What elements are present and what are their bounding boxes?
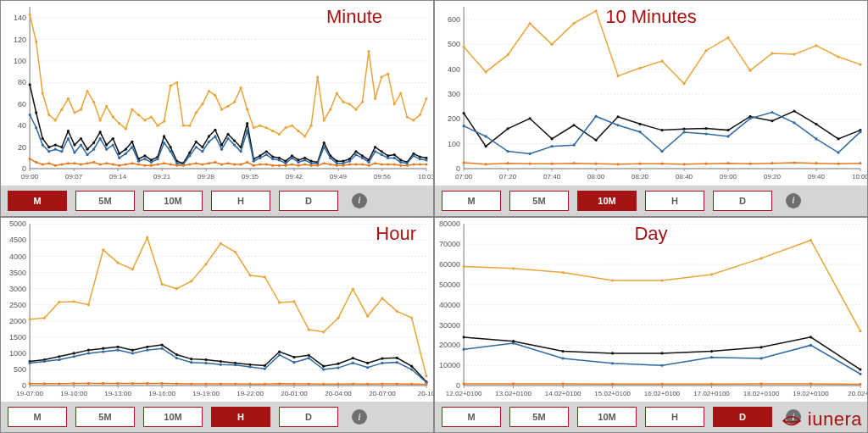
svg-point-42 (54, 119, 57, 121)
granularity-button-h[interactable]: H (645, 407, 704, 427)
svg-point-206 (297, 161, 299, 164)
granularity-button-d[interactable]: D (713, 191, 772, 211)
svg-point-89 (354, 108, 357, 111)
svg-point-511 (160, 347, 163, 349)
svg-text:09:49: 09:49 (330, 173, 348, 180)
svg-point-620 (760, 357, 762, 359)
granularity-button-5m[interactable]: 5M (75, 191, 135, 211)
svg-point-326 (463, 46, 465, 48)
granularity-button-m[interactable]: M (8, 191, 67, 211)
svg-point-207 (303, 158, 306, 161)
info-icon[interactable]: i (352, 409, 367, 425)
granularity-button-h[interactable]: H (211, 407, 270, 427)
svg-point-550 (322, 382, 325, 385)
granularity-button-h[interactable]: H (645, 191, 704, 211)
granularity-button-d[interactable]: D (713, 407, 772, 427)
granularity-button-10m[interactable]: 10M (143, 407, 203, 427)
svg-point-536 (116, 381, 119, 384)
info-icon[interactable]: i (352, 193, 367, 208)
svg-point-390 (616, 163, 619, 165)
chart-svg: 0500100015002000250030003500400045005000… (1, 218, 433, 402)
svg-point-112 (99, 130, 102, 133)
svg-point-110 (86, 148, 88, 151)
granularity-button-m[interactable]: M (442, 191, 501, 211)
svg-point-470 (381, 297, 383, 299)
svg-point-600 (660, 279, 663, 281)
quadrant-day: Day0100002000030000400005000060000700008… (434, 217, 868, 434)
granularity-button-h[interactable]: H (211, 191, 270, 211)
svg-point-284 (393, 163, 396, 165)
svg-point-467 (337, 316, 339, 319)
svg-point-500 (410, 364, 413, 367)
svg-point-245 (143, 164, 146, 167)
granularity-button-m[interactable]: M (8, 407, 67, 427)
svg-point-102 (35, 111, 37, 114)
svg-point-129 (208, 135, 210, 137)
svg-point-380 (815, 137, 817, 140)
svg-text:09:28: 09:28 (198, 173, 215, 180)
svg-point-462 (264, 275, 266, 278)
svg-text:50000: 50000 (439, 280, 460, 288)
svg-point-381 (837, 151, 839, 153)
svg-point-59 (163, 120, 165, 123)
svg-point-526 (381, 361, 383, 364)
svg-point-356 (704, 127, 707, 130)
granularity-button-10m[interactable]: 10M (577, 191, 637, 211)
svg-point-335 (660, 59, 663, 62)
svg-point-269 (297, 164, 299, 167)
svg-point-250 (175, 164, 178, 167)
svg-point-249 (170, 163, 172, 165)
svg-point-396 (748, 163, 751, 165)
svg-point-178 (118, 157, 120, 159)
svg-point-515 (220, 363, 222, 365)
svg-point-354 (660, 129, 663, 131)
svg-point-79 (291, 125, 293, 127)
svg-point-170 (67, 137, 70, 140)
svg-point-548 (292, 382, 295, 385)
svg-text:3000: 3000 (9, 284, 26, 292)
svg-point-285 (399, 164, 402, 167)
brand-text: iunera (808, 408, 862, 430)
svg-point-346 (485, 145, 487, 147)
granularity-button-5m[interactable]: 5M (509, 191, 569, 211)
svg-point-533 (73, 382, 75, 385)
svg-point-234 (73, 162, 75, 164)
granularity-button-d[interactable]: D (279, 191, 338, 211)
svg-text:09:00: 09:00 (21, 173, 39, 180)
svg-point-111 (92, 142, 95, 144)
svg-point-401 (859, 162, 861, 164)
svg-point-53 (125, 127, 127, 130)
granularity-button-5m[interactable]: 5M (75, 407, 135, 427)
granularity-button-5m[interactable]: 5M (509, 407, 569, 427)
svg-point-228 (35, 161, 37, 164)
svg-point-345 (463, 112, 465, 114)
granularity-button-10m[interactable]: 10M (143, 191, 203, 211)
svg-point-340 (771, 52, 773, 54)
svg-point-476 (58, 355, 60, 358)
svg-point-497 (366, 361, 369, 364)
svg-point-86 (336, 92, 338, 94)
svg-point-473 (425, 375, 427, 377)
svg-point-490 (264, 364, 266, 366)
svg-text:400: 400 (448, 65, 460, 74)
svg-point-173 (86, 153, 88, 156)
granularity-button-10m[interactable]: 10M (577, 407, 637, 427)
svg-point-338 (726, 36, 729, 39)
svg-point-46 (80, 108, 82, 111)
svg-point-83 (316, 75, 319, 78)
info-icon[interactable]: i (786, 193, 801, 208)
svg-point-38 (29, 14, 31, 16)
svg-text:18.02+0100: 18.02+0100 (743, 390, 780, 397)
svg-point-278 (354, 163, 357, 165)
svg-point-215 (354, 153, 357, 156)
svg-point-513 (190, 361, 192, 364)
svg-text:19-10:00: 19-10:00 (60, 390, 87, 397)
svg-point-361 (815, 123, 817, 125)
svg-point-541 (190, 382, 192, 385)
svg-text:600: 600 (448, 15, 460, 24)
svg-point-123 (170, 146, 172, 148)
svg-point-458 (204, 263, 207, 265)
granularity-button-d[interactable]: D (279, 407, 338, 427)
svg-point-176 (105, 148, 108, 151)
granularity-button-m[interactable]: M (442, 407, 501, 427)
